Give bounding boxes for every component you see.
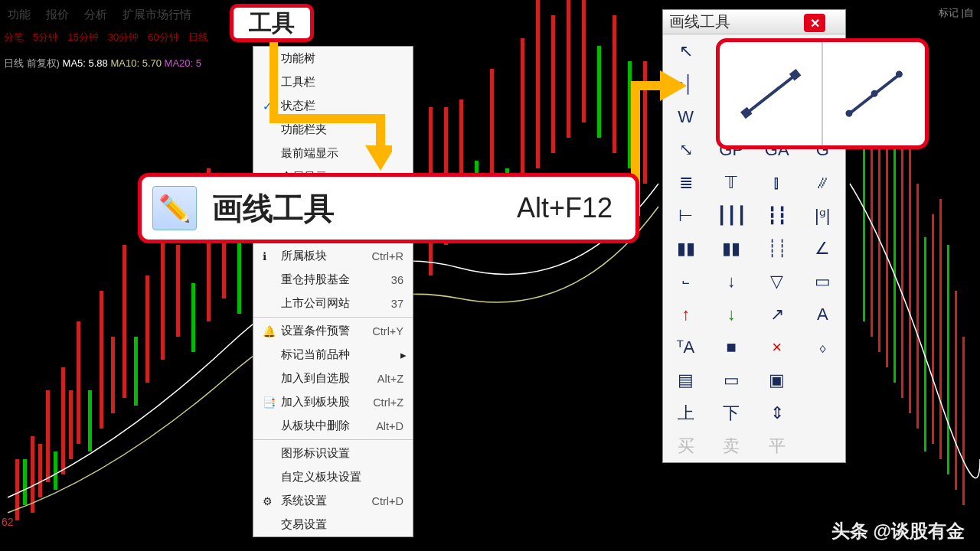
menu-function[interactable]: 功能 — [8, 8, 31, 26]
dropdown-item-2[interactable]: ✓状态栏 — [253, 94, 413, 118]
palette-tool-18[interactable]: ⫿ — [754, 166, 800, 199]
trendline-segment-tool[interactable] — [720, 42, 822, 145]
tf-5m[interactable]: 5分钟 — [33, 31, 58, 44]
tf-60m[interactable]: 60分钟 — [148, 31, 178, 44]
dropdown-item-18[interactable]: 从板块中删除Alt+D — [253, 414, 413, 438]
dropdown-item-15[interactable]: 标记当前品种▸ — [253, 343, 413, 367]
dropdown-item-0[interactable]: 功能树 — [253, 47, 413, 70]
ma20: MA20: 5 — [165, 57, 201, 69]
palette-tool-32[interactable]: ↑ — [663, 298, 709, 331]
palette-tool-37[interactable]: ■ — [709, 331, 755, 364]
palette-tool-41[interactable]: ▭ — [709, 364, 755, 396]
palette-tool-12[interactable]: ⤡ — [663, 133, 709, 166]
palette-tool-43 — [800, 364, 846, 396]
palette-tool-39[interactable]: ⬨ — [800, 331, 846, 364]
menu-tools-highlighted[interactable]: 工具 — [230, 4, 314, 42]
menu-analysis[interactable]: 分析 — [84, 8, 107, 26]
dropdown-item-4[interactable]: 最前端显示 — [253, 142, 413, 165]
palette-tool-47 — [800, 396, 846, 429]
watermark: 头条 @谈股有金 — [831, 519, 965, 543]
palette-tool-20[interactable]: ⊢ — [663, 199, 709, 232]
dropdown-item-3[interactable]: 功能栏夹 — [253, 118, 413, 142]
price-axis-value: 62 — [2, 516, 14, 528]
pencil-icon: ✏️ — [152, 186, 197, 230]
palette-tool-17[interactable]: 𝕋 — [709, 166, 755, 199]
palette-tool-16[interactable]: ≣ — [663, 166, 709, 199]
palette-tool-46[interactable]: ⇕ — [754, 396, 800, 429]
drawing-tool-menuitem-highlighted[interactable]: ✏️ 画线工具 Alt+F12 — [138, 173, 639, 243]
tf-30m[interactable]: 30分钟 — [108, 31, 139, 44]
dropdown-item-21[interactable]: 自定义板块设置 — [253, 465, 413, 489]
dropdown-item-23[interactable]: 交易设置 — [253, 513, 413, 536]
dropdown-item-17[interactable]: 📑加入到板块股Ctrl+Z — [253, 390, 413, 414]
dropdown-item-14[interactable]: 🔔设置条件预警Ctrl+Y — [253, 319, 413, 343]
palette-tool-51 — [800, 429, 846, 462]
dropdown-item-11[interactable]: 重仓持股基金36 — [253, 268, 413, 292]
palette-tool-31[interactable]: ▭ — [800, 265, 846, 298]
menu-quote[interactable]: 报价 — [46, 8, 69, 26]
palette-tool-45[interactable]: 下 — [709, 396, 755, 429]
palette-tool-38[interactable]: × — [754, 331, 800, 364]
palette-tool-25[interactable]: ▮▮ — [709, 232, 755, 265]
dropdown-item-22[interactable]: ⚙系统设置Ctrl+D — [253, 489, 413, 513]
palette-tool-35[interactable]: A — [800, 298, 846, 331]
dropdown-item-16[interactable]: 加入到自选股Alt+Z — [253, 367, 413, 390]
ma10: MA10: 5.70 — [110, 57, 162, 69]
palette-close-button[interactable]: ✕ — [804, 14, 825, 32]
palette-tool-29[interactable]: ↓ — [709, 265, 755, 298]
palette-tool-21[interactable]: ┃┃┃ — [709, 199, 755, 232]
palette-tool-42[interactable]: ▣ — [754, 364, 800, 396]
palette-tool-24[interactable]: ▮▮ — [663, 232, 709, 265]
palette-tool-48[interactable]: 买 — [663, 429, 709, 462]
palette-tool-44[interactable]: 上 — [663, 396, 709, 429]
indicator-line: 日线 前复权) MA5: 5.88 MA10: 5.70 MA20: 5 — [4, 57, 201, 70]
palette-tool-23[interactable]: |ᵍ| — [800, 199, 846, 232]
palette-tool-40[interactable]: ▤ — [663, 364, 709, 396]
ma5: MA5: 5.88 — [63, 57, 108, 69]
palette-tool-34[interactable]: ↗ — [754, 298, 800, 331]
dropdown-item-20[interactable]: 图形标识设置 — [253, 442, 413, 465]
palette-tool-50[interactable]: 平 — [754, 429, 800, 462]
palette-tool-30[interactable]: ▽ — [754, 265, 800, 298]
palette-tool-8[interactable]: W — [663, 100, 709, 133]
tf-tick[interactable]: 分笔 — [4, 31, 24, 44]
tools-dropdown: 功能树工具栏✓状态栏功能栏夹最前端显示全屏显示Ctrl+P消息面35品种组合计算… — [253, 46, 413, 537]
palette-tool-49[interactable]: 卖 — [709, 429, 755, 462]
palette-tool-26[interactable]: ┊┊ — [754, 232, 800, 265]
palette-tool-36[interactable]: ᵀA — [663, 331, 709, 364]
palette-tool-28[interactable]: ⨽ — [663, 265, 709, 298]
menu-ext-market[interactable]: 扩展市场行情 — [122, 8, 191, 26]
palette-tool-0[interactable]: ↖ — [663, 34, 709, 67]
dropdown-item-12[interactable]: 上市公司网站37 — [253, 292, 413, 315]
palette-tool-22[interactable]: ┇┇ — [754, 199, 800, 232]
palette-tool-4[interactable]: •│ — [663, 67, 709, 100]
timeframe-bar: 分笔 5分钟 15分钟 30分钟 60分钟 日线 — [4, 31, 208, 44]
trendline-tools-highlighted — [716, 38, 929, 149]
palette-tool-27[interactable]: ∠ — [800, 232, 846, 265]
palette-tool-19[interactable]: ⫽ — [800, 166, 846, 199]
palette-tool-33[interactable]: ↓ — [709, 298, 755, 331]
tf-15m[interactable]: 15分钟 — [67, 31, 98, 44]
drawing-tool-shortcut: Alt+F12 — [517, 192, 612, 224]
dropdown-item-10[interactable]: ℹ所属板块Ctrl+R — [253, 244, 413, 268]
menubar: 功能 报价 分析 扩展市场行情 — [8, 8, 191, 26]
drawing-tool-label: 画线工具 — [212, 187, 335, 230]
trendline-multi-tool[interactable] — [822, 42, 925, 145]
tf-day[interactable]: 日线 — [188, 31, 208, 44]
dropdown-item-1[interactable]: 工具栏 — [253, 70, 413, 94]
